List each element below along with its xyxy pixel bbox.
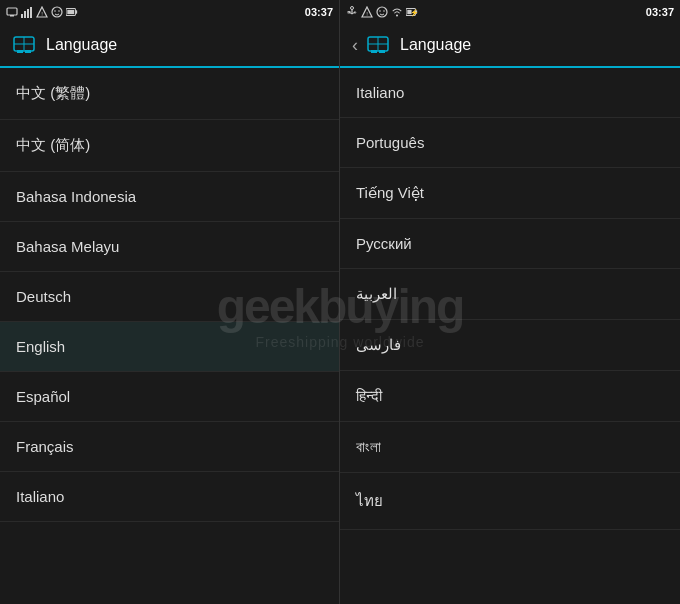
signal-icon-left xyxy=(21,6,33,18)
left-language-item-zh-tw[interactable]: 中文 (繁體) xyxy=(0,68,339,120)
svg-text:!: ! xyxy=(41,11,43,17)
right-panel-header: ‹ Language xyxy=(340,24,680,68)
svg-rect-39 xyxy=(379,50,385,53)
right-panel: ‹ Language ItalianoPortuguêsTiếng ViệtРу… xyxy=(340,24,680,604)
svg-point-24 xyxy=(383,10,385,12)
svg-point-23 xyxy=(379,10,381,12)
status-bar: ! 03:37 ! xyxy=(0,0,680,24)
back-arrow-icon[interactable]: ‹ xyxy=(352,35,358,56)
left-panel-title: Language xyxy=(46,36,117,54)
battery-charging-icon: ⚡ xyxy=(406,6,418,18)
svg-rect-38 xyxy=(371,50,377,53)
language-icon-left xyxy=(13,36,35,54)
usb-status-icon xyxy=(346,6,358,18)
status-bar-right: ! ⚡ 03:37 xyxy=(340,0,680,24)
right-language-item-th[interactable]: ไทย xyxy=(340,473,680,530)
svg-point-10 xyxy=(58,10,60,12)
left-language-item-it[interactable]: Italiano xyxy=(0,472,339,522)
right-status-icons: ! ⚡ xyxy=(346,6,418,18)
svg-rect-5 xyxy=(30,7,32,18)
left-panel-header: Language xyxy=(0,24,339,68)
svg-point-9 xyxy=(54,10,56,12)
svg-rect-34 xyxy=(25,50,31,53)
right-language-item-vi[interactable]: Tiếng Việt xyxy=(340,168,680,219)
left-time: 03:37 xyxy=(305,6,333,18)
left-language-item-ms[interactable]: Bahasa Melayu xyxy=(0,222,339,272)
right-time: 03:37 xyxy=(646,6,674,18)
svg-text:⚡: ⚡ xyxy=(410,8,418,17)
right-language-item-bn[interactable]: বাংলা xyxy=(340,422,680,473)
right-language-item-ar[interactable]: العربية xyxy=(340,269,680,320)
svg-point-14 xyxy=(351,7,354,10)
svg-rect-12 xyxy=(75,10,77,13)
language-icon-right xyxy=(367,36,389,54)
right-language-item-pt[interactable]: Português xyxy=(340,118,680,168)
right-language-item-it[interactable]: Italiano xyxy=(340,68,680,118)
left-language-list[interactable]: 中文 (繁體)中文 (简体)Bahasa IndonesiaBahasa Mel… xyxy=(0,68,339,604)
face-icon-left xyxy=(51,6,63,18)
wifi-icon xyxy=(391,6,403,18)
svg-rect-13 xyxy=(67,10,74,14)
left-language-item-en[interactable]: English xyxy=(0,322,339,372)
right-language-list[interactable]: ItalianoPortuguêsTiếng ViệtРусскийالعربي… xyxy=(340,68,680,604)
svg-rect-2 xyxy=(21,14,23,18)
left-language-item-fr[interactable]: Français xyxy=(0,422,339,472)
battery-left xyxy=(66,6,78,18)
svg-text:!: ! xyxy=(366,11,368,17)
right-language-item-ru[interactable]: Русский xyxy=(340,219,680,269)
warning-icon-left: ! xyxy=(36,6,48,18)
left-status-icons: ! xyxy=(6,6,78,18)
svg-rect-1 xyxy=(10,15,14,17)
svg-rect-3 xyxy=(24,11,26,18)
left-panel: Language 中文 (繁體)中文 (简体)Bahasa IndonesiaB… xyxy=(0,24,340,604)
left-language-item-zh-cn[interactable]: 中文 (简体) xyxy=(0,120,339,172)
left-language-item-es[interactable]: Español xyxy=(0,372,339,422)
device-icon xyxy=(6,6,18,18)
svg-rect-33 xyxy=(17,50,23,53)
svg-rect-4 xyxy=(27,9,29,18)
face-icon-right xyxy=(376,6,388,18)
right-header-icon xyxy=(366,36,390,54)
main-content: geekbuying Freeshipping worldwide Langua… xyxy=(0,24,680,604)
left-language-item-id[interactable]: Bahasa Indonesia xyxy=(0,172,339,222)
status-bar-left: ! 03:37 xyxy=(0,0,340,24)
svg-rect-0 xyxy=(7,8,17,15)
svg-point-25 xyxy=(396,14,398,16)
right-language-item-fa[interactable]: فارسی xyxy=(340,320,680,371)
right-panel-title: Language xyxy=(400,36,471,54)
left-language-item-de[interactable]: Deutsch xyxy=(0,272,339,322)
right-language-item-hi[interactable]: हिन्दी xyxy=(340,371,680,422)
left-header-icon xyxy=(12,36,36,54)
warning-icon-right: ! xyxy=(361,6,373,18)
